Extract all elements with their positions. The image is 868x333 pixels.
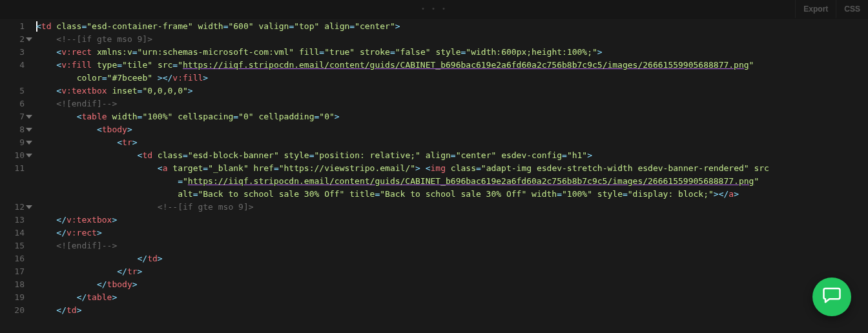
token-p: > bbox=[587, 149, 592, 162]
token-w bbox=[254, 110, 259, 123]
token-p: = bbox=[309, 149, 315, 162]
token-s: " bbox=[178, 59, 183, 72]
token-p: > bbox=[132, 278, 138, 291]
code-line[interactable]: </table> bbox=[36, 291, 863, 304]
token-c: <!--[if gte mso 9]> bbox=[158, 201, 254, 214]
token-a: color bbox=[77, 72, 102, 85]
token-p: = bbox=[476, 162, 481, 175]
token-w bbox=[592, 188, 597, 201]
token-p: > bbox=[77, 304, 82, 317]
token-url: https://iiqf.stripocdn.email/content/gui… bbox=[188, 175, 754, 188]
token-p: > bbox=[335, 110, 340, 123]
token-a: style bbox=[284, 149, 309, 162]
token-p: > bbox=[395, 20, 400, 33]
chat-fab[interactable] bbox=[812, 278, 851, 316]
code-line[interactable]: <v:textbox inset="0,0,0,0"> bbox=[36, 85, 863, 97]
code-line[interactable]: </td> bbox=[36, 304, 863, 317]
token-s: "Back to school sale 30% Off" bbox=[380, 188, 526, 201]
token-t: tbody bbox=[102, 123, 127, 136]
token-p: </ bbox=[56, 214, 67, 227]
token-p: < bbox=[36, 20, 41, 33]
token-a: target bbox=[172, 162, 203, 175]
export-button[interactable]: Export bbox=[795, 0, 836, 18]
token-w bbox=[254, 20, 259, 33]
token-w bbox=[92, 46, 97, 59]
token-w bbox=[294, 46, 299, 59]
code-line[interactable]: ="https://iiqf.stripocdn.email/content/g… bbox=[36, 175, 863, 188]
line-number: 3 bbox=[0, 46, 28, 59]
editor-body[interactable]: 1234567891011121314151617181920 <td clas… bbox=[0, 19, 868, 333]
code-editor-panel: • • • Export CSS 12345678910111213141516… bbox=[0, 0, 868, 333]
token-w bbox=[193, 20, 198, 33]
token-p: > bbox=[138, 265, 143, 278]
token-p: = bbox=[193, 188, 198, 201]
token-s: " bbox=[183, 175, 188, 188]
code-line[interactable]: </v:rect> bbox=[36, 227, 863, 239]
code-line[interactable]: <![endif]--> bbox=[36, 97, 863, 110]
line-number: 14 bbox=[0, 227, 28, 239]
token-a: valign bbox=[258, 20, 289, 33]
code-line[interactable]: <tr> bbox=[36, 136, 863, 149]
token-p: > bbox=[714, 188, 719, 201]
code-line[interactable]: </v:textbox> bbox=[36, 214, 863, 227]
code-line[interactable]: <v:fill type="tile" src="https://iiqf.st… bbox=[36, 59, 863, 72]
token-p: </ bbox=[56, 304, 67, 317]
code-line[interactable]: </tbody> bbox=[36, 278, 863, 291]
token-a: width bbox=[532, 188, 557, 201]
line-number: 17 bbox=[0, 265, 28, 278]
token-url: https://iiqf.stripocdn.email/content/gui… bbox=[183, 59, 749, 72]
code-line[interactable]: <tbody> bbox=[36, 123, 863, 136]
token-t: v:rect bbox=[61, 46, 92, 59]
line-number: 5 bbox=[0, 85, 28, 97]
code-line[interactable]: alt="Back to school sale 30% Off" title=… bbox=[36, 188, 863, 201]
token-t: v:rect bbox=[67, 227, 97, 239]
token-p: = bbox=[557, 188, 562, 201]
token-w bbox=[344, 188, 349, 201]
token-p: </ bbox=[719, 188, 729, 201]
code-line[interactable]: color="#7bceeb" ></v:fill> bbox=[36, 72, 863, 85]
code-line[interactable]: <v:rect xmlns:v="urn:schemas-microsoft-c… bbox=[36, 46, 863, 59]
css-button[interactable]: CSS bbox=[836, 0, 868, 18]
token-s: "0" bbox=[238, 110, 253, 123]
token-a: align bbox=[426, 149, 451, 162]
token-s: "false" bbox=[395, 46, 431, 59]
token-p: > bbox=[152, 72, 163, 85]
token-a: fill bbox=[299, 46, 319, 59]
token-a: class bbox=[451, 162, 476, 175]
token-s: "urn:schemas-microsoft-com:vml" bbox=[138, 46, 294, 59]
code-line[interactable]: <a target="_blank" href="https://viewstr… bbox=[36, 162, 863, 175]
code-line[interactable]: </td> bbox=[36, 252, 863, 265]
token-w bbox=[319, 20, 324, 33]
code-line[interactable]: <![endif]--> bbox=[36, 239, 863, 252]
token-p: = bbox=[349, 20, 355, 33]
token-t: td bbox=[67, 304, 77, 317]
drag-handle-icon[interactable]: • • • bbox=[421, 3, 447, 15]
token-s: "0,0,0,0" bbox=[142, 85, 187, 97]
code-line[interactable]: <!--[if gte mso 9]> bbox=[36, 201, 863, 214]
token-p: > bbox=[158, 252, 163, 265]
line-number: 13 bbox=[0, 214, 28, 227]
token-w bbox=[152, 59, 158, 72]
token-a: inset bbox=[112, 85, 137, 97]
token-w bbox=[172, 110, 178, 123]
code-line[interactable]: </tr> bbox=[36, 265, 863, 278]
token-a: style bbox=[597, 188, 623, 201]
token-w bbox=[496, 149, 501, 162]
token-p: = bbox=[172, 59, 178, 72]
code-line[interactable]: <td class="esd-container-frame" width="6… bbox=[36, 20, 863, 33]
code-line[interactable]: <table width="100%" cellspacing="0" cell… bbox=[36, 110, 863, 123]
token-p: = bbox=[138, 110, 143, 123]
token-p: = bbox=[81, 20, 87, 33]
token-c: <!--[if gte mso 9]> bbox=[56, 33, 152, 46]
token-a: src bbox=[158, 59, 172, 72]
token-p: < bbox=[56, 46, 61, 59]
token-p: < bbox=[138, 149, 143, 162]
token-a: class bbox=[56, 20, 81, 33]
code-line[interactable]: <!--[if gte mso 9]> bbox=[36, 33, 863, 46]
code-area[interactable]: <td class="esd-container-frame" width="6… bbox=[28, 19, 868, 333]
token-a: class bbox=[158, 149, 183, 162]
token-s: "100%" bbox=[562, 188, 592, 201]
token-w bbox=[431, 46, 436, 59]
code-line[interactable]: <td class="esd-block-banner" style="posi… bbox=[36, 149, 863, 162]
token-t: tbody bbox=[107, 278, 132, 291]
